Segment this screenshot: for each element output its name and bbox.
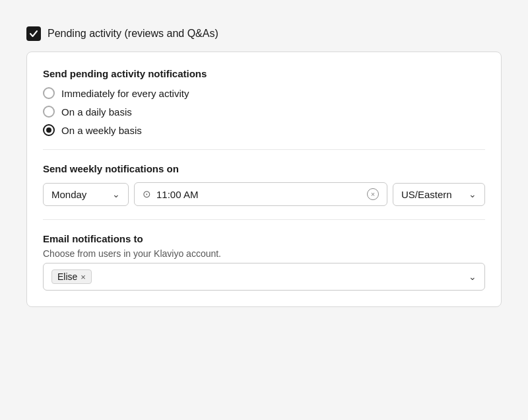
radio-immediately[interactable]: Immediately for every activity <box>43 87 485 99</box>
clear-time-button[interactable]: × <box>367 188 379 200</box>
weekly-section: Send weekly notifications on Monday ⌄ ⊙ … <box>43 163 485 206</box>
controls-row: Monday ⌄ ⊙ 11:00 AM × US/Eastern ⌄ <box>43 182 485 206</box>
notifications-section-title: Send pending activity notifications <box>43 68 485 79</box>
time-input[interactable]: ⊙ 11:00 AM × <box>134 182 387 206</box>
radio-weekly[interactable]: On a weekly basis <box>43 124 485 136</box>
recipients-tags: Elise × <box>51 269 469 284</box>
radio-outer-weekly <box>43 124 55 136</box>
notifications-section: Send pending activity notifications Imme… <box>43 68 485 136</box>
clock-icon: ⊙ <box>143 188 151 200</box>
timezone-chevron-icon: ⌄ <box>469 189 477 199</box>
page-container: Pending activity (reviews and Q&As) Send… <box>13 13 515 420</box>
header-title: Pending activity (reviews and Q&As) <box>48 28 218 40</box>
day-selector[interactable]: Monday ⌄ <box>43 183 129 206</box>
pending-activity-checkbox[interactable] <box>26 26 41 41</box>
radio-outer-daily <box>43 106 55 118</box>
radio-inner-weekly <box>46 127 51 133</box>
radio-outer-immediately <box>43 87 55 99</box>
email-recipients-input[interactable]: Elise × ⌄ <box>43 263 485 291</box>
weekly-section-title: Send weekly notifications on <box>43 163 485 174</box>
radio-label-weekly: On a weekly basis <box>61 125 142 136</box>
email-subtitle: Choose from users in your Klaviyo accoun… <box>43 248 485 259</box>
radio-label-immediately: Immediately for every activity <box>61 88 189 99</box>
header-row: Pending activity (reviews and Q&As) <box>26 26 502 41</box>
settings-card: Send pending activity notifications Imme… <box>26 52 502 307</box>
timezone-value: US/Eastern <box>401 189 452 200</box>
email-chevron-icon: ⌄ <box>469 271 477 282</box>
recipient-name: Elise <box>57 271 77 282</box>
divider-1 <box>43 149 485 150</box>
day-chevron-icon: ⌄ <box>112 189 120 199</box>
email-section-title: Email notifications to <box>43 233 485 244</box>
radio-group: Immediately for every activity On a dail… <box>43 87 485 136</box>
timezone-selector[interactable]: US/Eastern ⌄ <box>393 183 485 206</box>
day-value: Monday <box>51 189 86 200</box>
email-section: Email notifications to Choose from users… <box>43 233 485 291</box>
time-value: 11:00 AM <box>156 189 362 200</box>
radio-daily[interactable]: On a daily basis <box>43 106 485 118</box>
recipient-tag-elise: Elise × <box>51 269 92 284</box>
radio-label-daily: On a daily basis <box>61 106 132 118</box>
remove-recipient-button[interactable]: × <box>81 272 86 282</box>
divider-2 <box>43 219 485 220</box>
